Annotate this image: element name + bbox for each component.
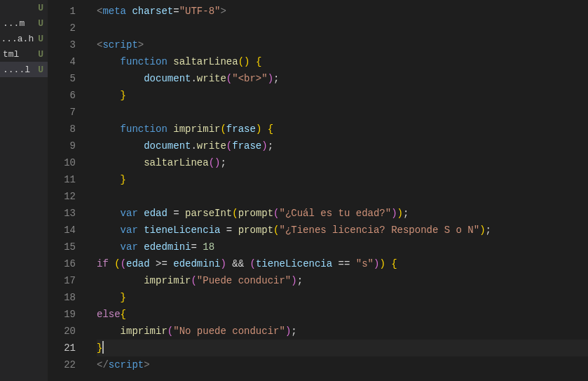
code-line[interactable]: } bbox=[97, 171, 588, 188]
git-status-badge: U bbox=[38, 49, 43, 60]
line-number: 4 bbox=[48, 53, 76, 70]
code-line[interactable] bbox=[97, 104, 588, 121]
code-line[interactable] bbox=[97, 20, 588, 36]
line-number: 21 bbox=[48, 340, 76, 356]
line-number: 7 bbox=[48, 104, 76, 121]
code-line[interactable]: var tieneLicencia = prompt("¿Tienes lice… bbox=[97, 222, 588, 239]
line-number: 17 bbox=[48, 272, 76, 289]
code-line[interactable]: document.write("<br>"); bbox=[97, 70, 588, 87]
git-status-badge: U bbox=[38, 65, 43, 75]
explorer-file-name: tml bbox=[3, 49, 19, 60]
line-number: 11 bbox=[48, 171, 76, 188]
code-editor[interactable]: 12345678910111213141516171819202122 <met… bbox=[48, 0, 588, 381]
line-number: 16 bbox=[48, 255, 76, 272]
line-number-gutter: 12345678910111213141516171819202122 bbox=[48, 0, 88, 381]
git-status-badge: U bbox=[38, 18, 43, 29]
explorer-sidebar[interactable]: Um...Ua.h...UtmlUl....U bbox=[0, 0, 48, 381]
git-status-badge: U bbox=[38, 34, 43, 44]
line-number: 8 bbox=[48, 121, 76, 138]
code-line[interactable]: saltarLinea(); bbox=[97, 154, 588, 171]
code-line[interactable]: } bbox=[97, 289, 588, 306]
explorer-file-name: l.... bbox=[3, 65, 30, 75]
line-number: 13 bbox=[48, 205, 76, 222]
code-line[interactable]: else{ bbox=[97, 306, 588, 323]
explorer-file-item[interactable]: tmlU bbox=[0, 46, 48, 62]
line-number: 15 bbox=[48, 239, 76, 255]
explorer-file-name: m... bbox=[3, 18, 25, 29]
code-line[interactable]: } bbox=[97, 340, 588, 356]
code-line[interactable]: </script> bbox=[97, 356, 588, 373]
code-line[interactable]: <script> bbox=[97, 36, 588, 53]
line-number: 19 bbox=[48, 306, 76, 323]
explorer-file-name: a.h... bbox=[3, 34, 34, 44]
line-number: 10 bbox=[48, 154, 76, 171]
line-number: 3 bbox=[48, 36, 76, 53]
line-number: 18 bbox=[48, 289, 76, 306]
code-line[interactable]: var ededmini= 18 bbox=[97, 239, 588, 255]
line-number: 20 bbox=[48, 323, 76, 340]
code-line[interactable]: imprimir("Puede conducir"); bbox=[97, 272, 588, 289]
line-number: 12 bbox=[48, 188, 76, 205]
line-number: 5 bbox=[48, 70, 76, 87]
code-line[interactable]: var edad = parseInt(prompt("¿Cuál es tu … bbox=[97, 205, 588, 222]
code-line[interactable]: } bbox=[97, 87, 588, 104]
line-number: 22 bbox=[48, 356, 76, 373]
code-line[interactable]: <meta charset="UTF-8"> bbox=[97, 3, 588, 20]
git-status-badge: U bbox=[38, 3, 43, 13]
line-number: 9 bbox=[48, 138, 76, 154]
code-line[interactable]: if ((edad >= ededmini) && (tieneLicencia… bbox=[97, 255, 588, 272]
line-number: 6 bbox=[48, 87, 76, 104]
code-line[interactable]: document.write(frase); bbox=[97, 138, 588, 154]
app-root: Um...Ua.h...UtmlUl....U 1234567891011121… bbox=[0, 0, 588, 381]
line-number: 14 bbox=[48, 222, 76, 239]
line-number: 2 bbox=[48, 20, 76, 36]
explorer-file-item[interactable]: m...U bbox=[0, 15, 48, 31]
code-line[interactable]: imprimir("No puede conducir"); bbox=[97, 323, 588, 340]
code-line[interactable]: function saltarLinea() { bbox=[97, 53, 588, 70]
code-line[interactable] bbox=[97, 188, 588, 205]
code-line[interactable]: function imprimir(frase) { bbox=[97, 121, 588, 138]
explorer-file-item[interactable]: l....U bbox=[0, 62, 48, 77]
line-number: 1 bbox=[48, 3, 76, 20]
explorer-file-item[interactable]: U bbox=[0, 0, 48, 15]
explorer-file-item[interactable]: a.h...U bbox=[0, 31, 48, 46]
code-content[interactable]: <meta charset="UTF-8"><script> function … bbox=[88, 0, 588, 381]
